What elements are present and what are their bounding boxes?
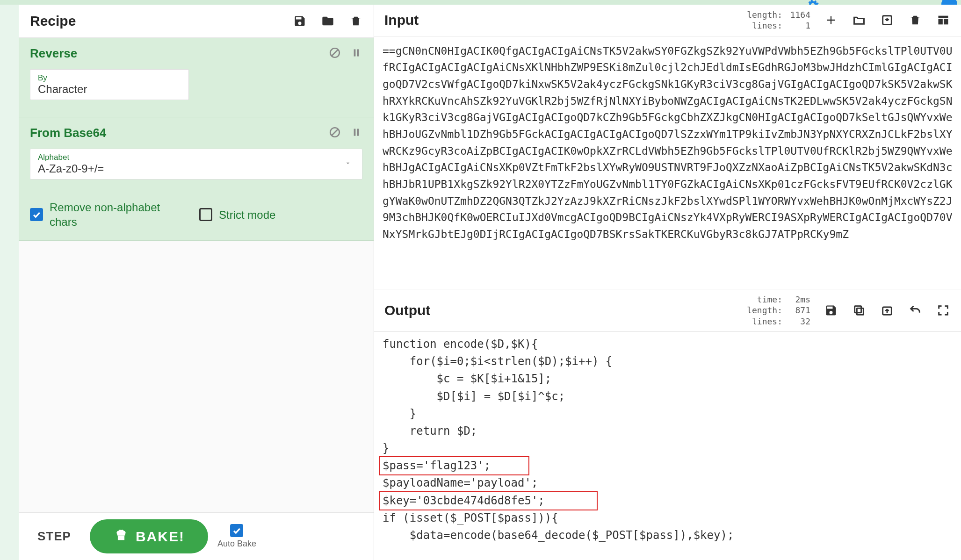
chef-icon (113, 527, 129, 546)
svg-rect-6 (354, 129, 356, 136)
add-input-icon[interactable] (824, 13, 838, 28)
save-output-icon[interactable] (824, 303, 838, 318)
trash-icon[interactable] (348, 14, 363, 29)
autobake-toggle[interactable]: Auto Bake (217, 524, 256, 549)
svg-rect-15 (855, 306, 861, 313)
undo-icon[interactable] (908, 303, 923, 318)
svg-rect-7 (357, 129, 359, 136)
arg-alphabet[interactable]: Alphabet A-Za-z0-9+/= (30, 149, 362, 179)
save-recipe-icon[interactable] (292, 14, 307, 29)
open-file-icon[interactable] (880, 13, 895, 28)
recipe-title: Recipe (30, 13, 292, 29)
arg-by[interactable]: By Character (30, 69, 189, 100)
bake-button[interactable]: BAKE! (90, 519, 208, 553)
svg-rect-11 (939, 16, 948, 18)
checkbox-strict-mode[interactable]: Strict mode (199, 208, 275, 222)
disable-icon[interactable] (329, 126, 341, 140)
recipe-panel: Recipe Reverse (19, 5, 374, 560)
svg-rect-14 (857, 308, 863, 315)
operation-title: From Base64 (30, 126, 329, 140)
recipe-header: Recipe (19, 5, 374, 38)
operation-reverse: Reverse By Character (19, 38, 374, 117)
copy-output-icon[interactable] (852, 303, 867, 318)
recipe-footer: STEP BAKE! Auto Bake (19, 512, 374, 560)
checkbox-remove-non-alphabet[interactable]: Remove non-alphabet chars (30, 200, 181, 229)
input-area[interactable]: ==gCN0nCN0HIgACIK0QfgACIgACIgAiCNsTK5V2a… (374, 36, 961, 289)
svg-rect-3 (357, 49, 359, 56)
folder-icon[interactable] (320, 14, 335, 29)
operation-title: Reverse (30, 46, 329, 61)
input-title: Input (384, 12, 745, 28)
svg-rect-2 (354, 49, 356, 56)
input-stats: length:1164 lines:1 (745, 9, 810, 31)
output-title: Output (384, 302, 745, 318)
svg-line-5 (332, 129, 338, 135)
svg-line-1 (332, 50, 338, 56)
input-text: ==gCN0nCN0HIgACIK0QfgACIgACIgAiCNsTK5V2a… (374, 36, 961, 289)
recipe-operations-list: Reverse By Character (19, 38, 374, 512)
svg-rect-12 (939, 19, 943, 25)
svg-rect-13 (944, 19, 948, 25)
operation-from-base64: From Base64 Alphabet A-Za- (19, 117, 374, 241)
step-button[interactable]: STEP (28, 523, 80, 550)
pause-icon[interactable] (350, 47, 362, 61)
svg-rect-9 (118, 535, 124, 540)
output-header: Output time:2ms length:871 lines:32 (374, 289, 961, 332)
move-output-icon[interactable] (880, 303, 895, 318)
clear-input-icon[interactable] (908, 13, 923, 28)
output-stats: time:2ms length:871 lines:32 (745, 294, 810, 327)
checkbox-icon (199, 208, 212, 221)
checkbox-icon (230, 524, 243, 537)
output-text: function encode($D,$K){ for($i=0;$i<strl… (374, 332, 961, 548)
disable-icon[interactable] (329, 47, 341, 61)
maximize-icon[interactable] (936, 303, 951, 318)
output-area[interactable]: function encode($D,$K){ for($i=0;$i<strl… (374, 332, 961, 560)
pause-icon[interactable] (350, 126, 362, 140)
input-header: Input length:1164 lines:1 (374, 5, 961, 36)
checkbox-icon (30, 208, 43, 221)
chevron-down-icon[interactable] (341, 159, 354, 169)
tabs-icon[interactable] (936, 13, 951, 28)
open-folder-icon[interactable] (852, 13, 867, 28)
